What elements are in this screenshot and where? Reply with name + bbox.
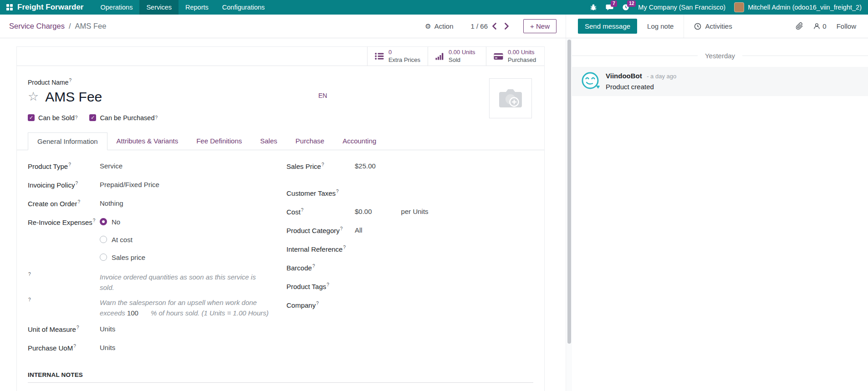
sales-price-value[interactable]: $25.00 [355,162,376,170]
field-customer-taxes: Customer Taxes? [286,189,541,200]
control-panel-left: Service Charges / AMS Fee ⚙ Action 1 / 6… [0,15,566,38]
help-marker-label: ? [28,297,100,319]
field-label: Invoicing Policy? [28,181,100,189]
tab-attributes-variants[interactable]: Attributes & Variants [107,132,188,150]
breadcrumb-current: AMS Fee [75,22,107,30]
tab-general-information[interactable]: General Information [28,132,107,150]
follower-tools: 0 Follow [796,22,856,30]
log-note-button[interactable]: Log note [647,22,674,30]
send-message-button[interactable]: Send message [578,19,637,34]
messages-icon[interactable]: 7 [606,4,613,11]
menu-configurations[interactable]: Configurations [215,0,272,15]
tab-purchase[interactable]: Purchase [286,132,333,150]
menu-operations[interactable]: Operations [93,0,139,15]
day-divider: Yesterday [572,52,868,60]
top-navbar: Freight Forwarder Operations Services Re… [0,0,868,15]
pager-next-icon[interactable] [500,23,513,30]
help-invoice-policy: ? Invoice ordered quantities as soon as … [28,272,283,293]
units-purchased-stat-button[interactable]: 0.00 Units Purchased [486,47,544,66]
followers-button[interactable]: 0 [813,22,826,30]
units-sold-stat-button[interactable]: 0.00 Units Sold [428,47,486,66]
vertical-scrollbar[interactable] [566,38,572,391]
field-label: Cost? [286,208,355,216]
language-badge[interactable]: EN [318,92,327,99]
field-label: Sales Price? [286,162,355,170]
purchase-uom-value[interactable]: Units [100,344,115,351]
breadcrumb: Service Charges / AMS Fee [9,22,106,30]
company-switcher[interactable]: My Company (San Francisco) [638,4,725,11]
can-be-sold-checkbox[interactable]: ✓ Can be Sold? [28,114,77,122]
extra-prices-value: 0 [388,49,420,56]
follow-button[interactable]: Follow [837,22,856,30]
message-author[interactable]: ViindooBot [606,72,642,80]
camera-plus-icon [497,87,524,110]
new-label: New [536,22,550,30]
product-name-value[interactable]: AMS Fee [45,89,102,105]
product-header: Product Name? ☆ AMS Fee EN [17,66,544,122]
pager-counter: 1 / 66 [471,22,488,30]
field-barcode: Barcode? [286,264,541,274]
toolbar-divider [684,15,684,38]
pager-previous-icon[interactable] [488,23,500,30]
field-cost: Cost? $0.00 per Units [286,208,541,218]
user-menu[interactable]: Mitchell Admin (odoo16_viin_freight_2) [748,4,862,11]
field-label: Product Category? [286,226,355,234]
cost-value[interactable]: $0.00 [355,208,372,215]
create-on-order-value[interactable]: Nothing [100,199,123,207]
product-type-value[interactable]: Service [100,162,123,170]
tab-accounting[interactable]: Accounting [333,132,385,150]
scrollbar-thumb[interactable] [567,40,571,344]
help-upsell: ? Warn the salesperson for an upsell whe… [28,297,283,319]
activities-label: Activities [705,22,732,30]
followers-count: 0 [822,22,826,30]
units-purchased-value: 0.00 Units [508,49,536,56]
invoicing-policy-value[interactable]: Prepaid/Fixed Price [100,181,159,188]
main-menu: Operations Services Reports Configuratio… [93,0,271,15]
field-label: Re-Invoice Expenses? [28,218,100,226]
favorite-star-icon[interactable]: ☆ [28,91,39,103]
activities-badge: 12 [627,0,636,7]
can-be-purchased-checkbox[interactable]: ✓ Can be Purchased? [89,114,158,122]
message-timestamp: - a day ago [647,73,676,80]
field-label: Barcode? [286,264,355,272]
list-icon [375,52,384,60]
debug-bug-icon[interactable] [590,4,597,11]
menu-reports[interactable]: Reports [179,0,215,15]
product-image-placeholder[interactable] [489,78,532,118]
control-panel-actions: ⚙ Action 1 / 66 + New [425,19,557,33]
invoice-policy-help-text: Invoice ordered quantities as soon as th… [100,272,272,293]
radio-option-at-cost[interactable]: At cost [100,236,145,244]
chatter-message[interactable]: ♥ ViindooBot - a day ago Product created [572,67,868,96]
breadcrumb-parent-link[interactable]: Service Charges [9,22,65,30]
radio-option-no[interactable]: No [100,218,145,226]
credit-card-icon [494,53,503,60]
upsell-threshold-input[interactable]: 100 [127,308,151,318]
menu-services[interactable]: Services [139,0,179,15]
help-marker: ? [69,78,71,83]
bar-chart-icon [435,52,444,60]
field-invoicing-policy: Invoicing Policy? Prepaid/Fixed Price [28,181,283,192]
tab-sales[interactable]: Sales [251,132,286,150]
action-menu-button[interactable]: ⚙ Action [425,22,453,30]
radio-option-sales-price[interactable]: Sales price [100,254,145,261]
messages-badge: 7 [611,0,617,7]
product-category-value[interactable]: All [355,226,363,234]
extra-prices-stat-button[interactable]: 0 Extra Prices [367,47,428,66]
radio-selected-icon [100,218,107,225]
new-button[interactable]: + New [523,19,557,33]
activities-clock-icon[interactable]: 12 [622,4,629,11]
attachments-paperclip-icon[interactable] [796,22,803,30]
field-label: Product Tags? [286,282,355,290]
breadcrumb-separator: / [69,22,71,30]
radio-icon [100,254,107,261]
cost-uom-suffix: per Units [401,208,429,215]
tab-fee-definitions[interactable]: Fee Definitions [187,132,251,150]
app-name[interactable]: Freight Forwarder [17,3,83,12]
apps-grid-icon[interactable] [6,4,13,10]
product-name-label: Product Name? [28,78,533,86]
user-avatar[interactable] [734,2,744,12]
schedule-activity-button[interactable]: Activities [694,22,732,30]
heart-icon: ♥ [596,84,600,90]
unit-of-measure-value[interactable]: Units [100,325,115,333]
field-reinvoice-expenses: Re-Invoice Expenses? No At cost [28,218,283,264]
